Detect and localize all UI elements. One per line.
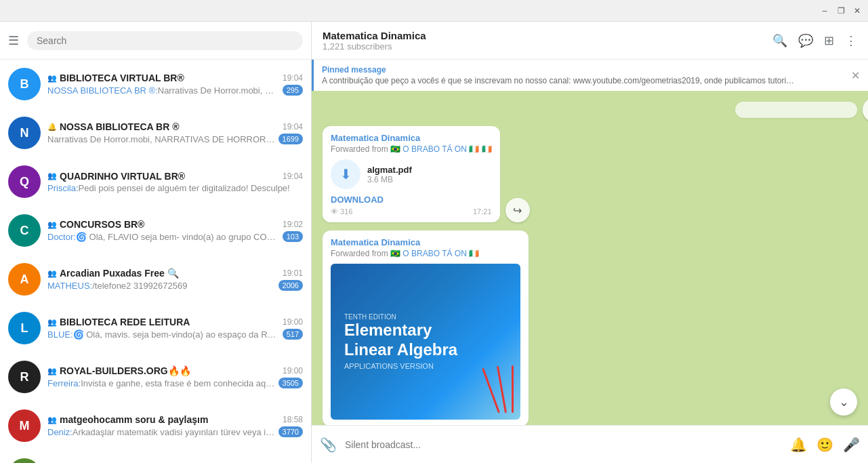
chat-name: 🔔 NOSSA BIBLIOTECA BR ® <box>47 121 180 132</box>
chat-preview: BLUE:🌀 Olá, mavis. seja bem-vindo(a) ao … <box>47 329 303 340</box>
file-download-icon: ⬇ <box>331 159 360 189</box>
chat-title: Matematica Dinamica <box>323 30 764 41</box>
more-icon[interactable]: ⋮ <box>845 33 857 48</box>
emoji-icon[interactable]: 🙂 <box>817 437 833 453</box>
chat-item-matgeohocamm[interactable]: M 👥 matgeohocamm soru & paylaşım 18:58 D… <box>0 401 311 450</box>
chat-top: 👥 matgeohocamm soru & paylaşım 18:58 <box>47 414 303 425</box>
close-button[interactable]: ✕ <box>852 5 863 16</box>
maximize-button[interactable]: ❐ <box>835 5 846 16</box>
avatar: L <box>8 458 41 463</box>
group-icon: 👥 <box>47 269 57 278</box>
chat-list: B 👥 BIBLIOTECA VIRTUAL BR® 19:04 NOSSA B… <box>0 60 311 463</box>
msg-forward-2: Forwarded from 🇧🇷 O BRABO TÁ ON 🇮🇪 <box>331 249 520 258</box>
chat-info: 🔔 NOSSA BIBLIOTECA BR ® 19:04 Narrativas… <box>47 121 303 144</box>
chat-name: 👥 BIBLIOTECA REDE LEITURA <box>47 317 190 327</box>
avatar: C <box>8 214 41 247</box>
avatar: B <box>8 68 41 100</box>
msg-footer-1: 👁 316 17:21 <box>331 207 492 216</box>
badge: 1699 <box>278 134 303 144</box>
chat-top: 👥 BIBLIOTECA VIRTUAL BR® 19:04 <box>47 73 303 83</box>
badge: 3505 <box>278 378 303 388</box>
chat-name: 👥 Arcadian Puxadas Free 🔍 <box>47 268 179 279</box>
book-title: Elementary Linear Algebra <box>344 321 507 360</box>
chat-preview: Narrativas De Horror.mobi, NARRATIVAS DE… <box>47 134 303 144</box>
input-right-icons: 🔔 🙂 🎤 <box>790 437 860 453</box>
book-edition: TENTH EDITION <box>344 313 507 321</box>
chat-top: 👥 Arcadian Puxadas Free 🔍 19:01 <box>47 268 303 279</box>
pinned-label: Pinned message <box>322 65 851 75</box>
chat-item-royal-builders[interactable]: R 👥 ROYAL-BUILDERS.ORG🔥🔥 19:00 Ferreira:… <box>0 353 311 401</box>
chat-item-biblioteca-rede[interactable]: L 👥 BIBLIOTECA REDE LEITURA 19:00 BLUE:🌀… <box>0 304 311 353</box>
group-icon: 👥 <box>47 318 57 327</box>
hamburger-icon[interactable]: ☰ <box>8 33 19 48</box>
book-arrows <box>498 365 514 413</box>
message-input[interactable] <box>345 439 782 450</box>
chat-time: 19:04 <box>283 73 303 83</box>
minimize-button[interactable]: – <box>819 5 830 16</box>
avatar: Q <box>8 165 41 198</box>
input-area: 📎 🔔 🙂 🎤 <box>312 425 868 463</box>
view-icon[interactable]: ⊞ <box>824 33 834 48</box>
mute-icon[interactable]: 🔔 <box>790 437 807 453</box>
pinned-message: Pinned message A contribuição que peço a… <box>312 60 868 91</box>
chat-name: 👥 CONCURSOS BR® <box>47 219 144 230</box>
attach-icon[interactable]: 📎 <box>320 437 337 453</box>
chat-time: 19:02 <box>283 220 303 229</box>
file-info: algmat.pdf 3.6 MB <box>367 165 412 184</box>
chat-header-info: Matematica Dinamica 1,221 subscribers <box>323 30 764 52</box>
chat-item-concursos-br[interactable]: C 👥 CONCURSOS BR® 19:02 Doctor:🌀 Olá, FL… <box>0 206 311 255</box>
sidebar: ☰ B 👥 BIBLIOTECA VIRTUAL BR® 19:04 NOSSA… <box>0 22 312 463</box>
search-wrapper[interactable] <box>27 31 303 50</box>
badge: 3770 <box>278 426 303 437</box>
search-icon[interactable]: 🔍 <box>772 33 787 48</box>
pinned-close-button[interactable]: ✕ <box>851 69 860 82</box>
chat-item-linux[interactable]: L 👥 Linux 18:57 Anthony:Olá senhores, ve… <box>0 450 311 463</box>
chat-item-arcadian-puxadas[interactable]: A 👥 Arcadian Puxadas Free 🔍 19:01 MATHEU… <box>0 255 311 304</box>
chat-time: 19:00 <box>283 366 303 376</box>
voice-icon[interactable]: 🎤 <box>843 437 860 453</box>
chat-time: 19:04 <box>283 172 303 181</box>
badge: 517 <box>283 329 303 340</box>
chat-info: 👥 matgeohocamm soru & paylaşım 18:58 Den… <box>47 414 303 437</box>
group-icon: 👥 <box>47 367 57 376</box>
chat-time: 18:58 <box>283 415 303 424</box>
chat-time: 19:00 <box>283 317 303 327</box>
chat-info: 👥 QUADRINHO VIRTUAL BR® 19:04 Priscila:P… <box>47 171 303 193</box>
chat-info: 👥 BIBLIOTECA REDE LEITURA 19:00 BLUE:🌀 O… <box>47 317 303 340</box>
forward-button-2[interactable]: ↪ <box>505 198 530 222</box>
msg-views: 👁 316 <box>331 207 352 216</box>
file-size: 3.6 MB <box>367 175 412 184</box>
chat-top: 👥 CONCURSOS BR® 19:02 <box>47 219 303 230</box>
discussions-icon[interactable]: 💬 <box>798 33 813 48</box>
file-row: ⬇ algmat.pdf 3.6 MB <box>331 159 492 189</box>
chat-preview: Priscila:Pedi pois pensei de alguém ter … <box>47 183 303 193</box>
chat-preview: Deniz:Arkadaşlar matematik vadisi yayınl… <box>47 426 303 437</box>
download-button[interactable]: DOWNLOAD <box>331 195 492 205</box>
avatar: N <box>8 117 41 149</box>
forward-button-1[interactable]: ↪ <box>863 98 868 122</box>
chat-preview: Ferreira:Invista e ganhe, esta frase é b… <box>47 378 303 388</box>
avatar: L <box>8 312 41 344</box>
chat-name: 👥 matgeohocamm soru & paylaşım <box>47 414 208 425</box>
search-input[interactable] <box>37 35 293 46</box>
titlebar: – ❐ ✕ <box>0 0 868 22</box>
chat-top: 👥 QUADRINHO VIRTUAL BR® 19:04 <box>47 171 303 182</box>
chat-top: 👥 BIBLIOTECA REDE LEITURA 19:00 <box>47 317 303 327</box>
msg-forward-1: Forwarded from 🇧🇷 O BRABO TÁ ON 🇮🇪 🇮🇪 <box>331 144 492 154</box>
chat-item-nossa-biblioteca[interactable]: N 🔔 NOSSA BIBLIOTECA BR ® 19:04 Narrativ… <box>0 108 311 157</box>
book-cover: TENTH EDITION Elementary Linear Algebra … <box>331 264 520 420</box>
group-icon: 🔔 <box>47 123 57 132</box>
group-icon: 👥 <box>47 220 57 229</box>
msg-sender-1: Matematica Dinamica <box>331 133 492 143</box>
chat-item-quadrinho-virtual[interactable]: Q 👥 QUADRINHO VIRTUAL BR® 19:04 Priscila… <box>0 157 311 206</box>
chat-name: 👥 BIBLIOTECA VIRTUAL BR® <box>47 73 184 83</box>
chat-time: 19:01 <box>283 268 303 278</box>
chat-item-biblioteca-virtual[interactable]: B 👥 BIBLIOTECA VIRTUAL BR® 19:04 NOSSA B… <box>0 60 311 108</box>
chat-name: 👥 ROYAL-BUILDERS.ORG🔥🔥 <box>47 365 191 376</box>
group-icon: 👥 <box>47 416 57 424</box>
chat-time: 19:04 <box>283 122 303 132</box>
scroll-down-button[interactable]: ⌄ <box>830 388 857 416</box>
messages-area: ↪ Matematica Dinamica Forwarded from 🇧🇷 … <box>312 91 868 425</box>
message-book: Matematica Dinamica Forwarded from 🇧🇷 O … <box>323 230 857 425</box>
chat-area: Matematica Dinamica 1,221 subscribers 🔍 … <box>312 22 868 463</box>
